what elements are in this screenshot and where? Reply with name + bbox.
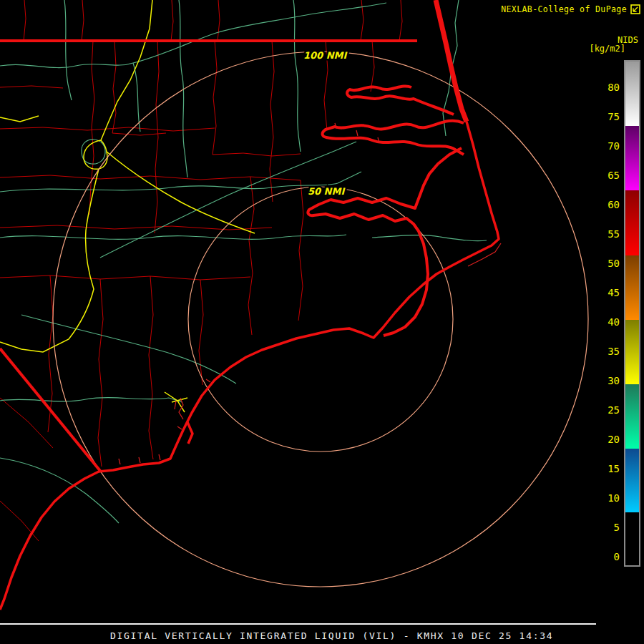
map-canvas: 100 NMI 50 NMI	[0, 0, 644, 644]
ring-label-100nmi: 100 NMI	[303, 50, 348, 61]
colorbar-tick-25: 25	[600, 404, 620, 416]
colorbar-segment-red	[625, 190, 639, 255]
colorbar-tick-30: 30	[600, 375, 620, 386]
colorbar-tick-80: 80	[600, 82, 620, 93]
colorbar-tick-0: 0	[600, 551, 620, 562]
range-ring-labels: 100 NMI 50 NMI	[303, 50, 348, 197]
colorbar-segment-gray	[625, 62, 639, 126]
colorbar-tick-10: 10	[600, 492, 620, 504]
colorbar-tick-20: 20	[600, 434, 620, 445]
shoreline-detail-layer	[119, 123, 501, 464]
colorbar-tick-75: 75	[600, 111, 620, 122]
ring-label-50nmi: 50 NMI	[308, 186, 346, 197]
colorbar-tick-15: 15	[600, 463, 620, 474]
colorbar-tick-50: 50	[600, 258, 620, 269]
pamlico-river-estuary	[323, 121, 464, 155]
county-boundaries-layer	[0, 0, 402, 541]
colorbar-tick-55: 55	[600, 228, 620, 240]
product-caption: DIGITAL VERTICALLY INTEGRATED LIQUID (VI…	[110, 630, 553, 641]
colorbar-tick-40: 40	[600, 316, 620, 328]
nexlab-logo-icon	[630, 4, 640, 14]
cape-fear-spur	[187, 422, 192, 444]
colorbar-units: NIDS [kg/m2]	[589, 36, 638, 53]
neuse-river-core-sound	[308, 148, 462, 336]
colorbar-segment-green	[625, 384, 639, 449]
colorbar-tick-65: 65	[600, 170, 620, 181]
page-title: NEXLAB-College of DuPage	[501, 4, 627, 14]
outer-banks-north	[436, 0, 467, 122]
colorbar-tick-60: 60	[600, 199, 620, 210]
albemarle-waters	[347, 86, 454, 114]
range-ring-100nmi	[53, 52, 588, 587]
colorbar-tick-5: 5	[600, 522, 620, 533]
footer-separator-line	[0, 623, 596, 625]
colorbar-segment-orange	[625, 255, 639, 320]
colorbar-segment-blue	[625, 449, 639, 512]
units-line-kgm2: [kg/m2]	[589, 44, 625, 53]
nc-coastline	[0, 122, 499, 610]
colorbar-segment-purple	[625, 126, 639, 190]
colorbar-tick-45: 45	[600, 287, 620, 298]
radar-display: 100 NMI 50 NMI NEXLAB-College of DuPage …	[0, 0, 644, 644]
colorbar-segment-yellow	[625, 320, 639, 384]
header: NEXLAB-College of DuPage	[501, 4, 640, 14]
colorbar-segment-black	[625, 512, 639, 566]
colorbar	[624, 60, 640, 567]
colorbar-track	[625, 62, 639, 565]
roads-green-layer	[0, 0, 487, 523]
state-borders-layer	[0, 41, 417, 471]
colorbar-tick-70: 70	[600, 140, 620, 152]
coastline-layer	[0, 0, 499, 610]
range-rings-layer	[53, 52, 588, 587]
colorbar-tick-35: 35	[600, 346, 620, 357]
